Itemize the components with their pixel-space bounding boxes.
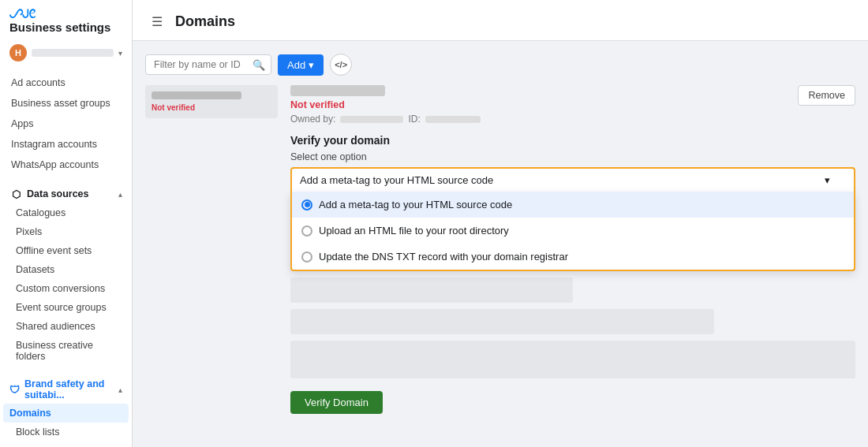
domain-layout: Not verified Not verified Remove Owned b… <box>145 85 855 414</box>
content-placeholder-3 <box>290 341 855 378</box>
domain-list: Not verified <box>145 85 278 121</box>
not-verified-badge: Not verified <box>152 103 271 112</box>
chevron-down-icon: ▾ <box>309 59 314 71</box>
hamburger-icon[interactable]: ☰ <box>145 8 169 35</box>
meta-logo-icon <box>9 8 38 19</box>
domain-toolbar: 🔍 Add ▾ </> <box>145 54 855 76</box>
sidebar-item-block-lists[interactable]: Block lists <box>0 423 132 441</box>
verify-domain-button[interactable]: Verify Domain <box>290 391 383 414</box>
select-option-label: Select one option <box>290 151 855 162</box>
domain-name-placeholder <box>152 91 241 99</box>
main-content: 🔍 Add ▾ </> Not verified <box>133 41 868 447</box>
domain-list-item[interactable]: Not verified <box>145 85 278 118</box>
main-topbar: ☰ Domains <box>133 0 868 41</box>
content-placeholder-2 <box>290 309 714 334</box>
meta-logo <box>9 8 122 19</box>
chevron-down-icon: ▾ <box>118 49 122 58</box>
content-placeholder-1 <box>290 278 573 303</box>
select-arrow-icon: ▾ <box>825 174 830 186</box>
sidebar-item-catalogues[interactable]: Catalogues <box>0 203 132 222</box>
data-sources-section[interactable]: ⬡ Data sources ▴ <box>0 181 132 203</box>
radio-filled-icon <box>301 199 312 210</box>
page-title: Domains <box>175 13 235 30</box>
not-verified-text: Not verified <box>290 99 385 110</box>
owned-by-value <box>340 116 403 123</box>
sidebar-item-label: Business asset groups <box>11 98 110 109</box>
sidebar-item-label: Apps <box>11 118 34 129</box>
domain-name-area: Not verified <box>290 85 385 110</box>
account-name-placeholder <box>32 49 114 57</box>
code-icon: </> <box>335 60 347 69</box>
add-button[interactable]: Add ▾ <box>278 54 324 76</box>
option-label-3: Update the DNS TXT record with your doma… <box>319 251 568 263</box>
main-panel: ☰ Domains 🔍 Add ▾ </> Not ve <box>133 0 868 447</box>
search-icon: 🔍 <box>253 59 265 71</box>
code-icon-button[interactable]: </> <box>330 54 352 76</box>
account-switcher[interactable]: H ▾ <box>0 39 132 66</box>
dropdown-options: Add a meta-tag to your HTML source code … <box>290 192 855 271</box>
avatar: H <box>9 44 27 61</box>
sidebar-item-domains[interactable]: Domains <box>3 404 129 423</box>
verify-section-title: Verify your domain <box>290 134 855 147</box>
sidebar-item-event-source-groups[interactable]: Event source groups <box>0 298 132 317</box>
collapse-icon: ▴ <box>118 190 122 199</box>
option-label-2: Upload an HTML file to your root directo… <box>319 225 509 237</box>
sidebar-item-label: Ad accounts <box>11 77 65 88</box>
sidebar-item-datasets[interactable]: Datasets <box>0 260 132 279</box>
owned-by-row: Owned by: ID: <box>290 114 855 125</box>
sidebar-item-apps[interactable]: Apps <box>0 114 132 134</box>
sidebar-item-offline-event-sets[interactable]: Offline event sets <box>0 241 132 260</box>
sidebar-item-business-asset-groups[interactable]: Business asset groups <box>0 93 132 114</box>
filter-input-wrap: 🔍 <box>145 54 271 75</box>
id-value <box>425 116 481 123</box>
radio-empty-icon-3 <box>301 251 312 263</box>
brand-safety-section[interactable]: 🛡 Brand safety and suitabi... ▴ <box>0 372 132 404</box>
domain-name-placeholder-detail <box>290 85 385 96</box>
sidebar-item-business-creative-folders[interactable]: Business creative folders <box>0 336 132 366</box>
data-sources-label: ⬡ Data sources <box>9 188 89 200</box>
sidebar-item-whatsapp[interactable]: WhatsApp accounts <box>0 155 132 175</box>
select-wrap: Add a meta-tag to your HTML source code … <box>290 167 855 271</box>
shield-icon: 🛡 <box>9 383 20 396</box>
collapse-icon-brand: ▴ <box>118 386 122 394</box>
verify-section: Verify your domain Select one option Add… <box>290 134 855 414</box>
remove-button[interactable]: Remove <box>798 85 855 106</box>
sidebar: Business settings H ▾ Ad accounts Busine… <box>0 0 133 447</box>
select-value: Add a meta-tag to your HTML source code <box>300 174 493 186</box>
id-label: ID: <box>408 114 420 125</box>
dropdown-option-1[interactable]: Add a meta-tag to your HTML source code <box>292 192 854 218</box>
sidebar-item-label: Instagram accounts <box>11 139 97 150</box>
brand-safety-label: 🛡 Brand safety and suitabi... <box>9 378 118 400</box>
domain-detail: Not verified Remove Owned by: ID: Verify… <box>290 85 855 414</box>
radio-empty-icon-2 <box>301 225 312 237</box>
sidebar-item-shared-audiences[interactable]: Shared audiences <box>0 317 132 336</box>
sidebar-item-ad-accounts[interactable]: Ad accounts <box>0 73 132 93</box>
dropdown-option-2[interactable]: Upload an HTML file to your root directo… <box>292 218 854 244</box>
sidebar-item-label: WhatsApp accounts <box>11 159 99 170</box>
sidebar-item-pixels[interactable]: Pixels <box>0 222 132 241</box>
dropdown-option-3[interactable]: Update the DNS TXT record with your doma… <box>292 244 854 270</box>
data-sources-icon: ⬡ <box>9 188 22 200</box>
owned-by-label: Owned by: <box>290 114 335 125</box>
sidebar-header: Business settings <box>0 0 132 39</box>
select-trigger[interactable]: Add a meta-tag to your HTML source code … <box>290 167 855 192</box>
app-title: Business settings <box>9 20 122 35</box>
domain-header-row: Not verified Remove <box>290 85 855 110</box>
sidebar-item-instagram[interactable]: Instagram accounts <box>0 134 132 155</box>
option-label-1: Add a meta-tag to your HTML source code <box>319 199 512 210</box>
sidebar-item-custom-conversions[interactable]: Custom conversions <box>0 279 132 298</box>
